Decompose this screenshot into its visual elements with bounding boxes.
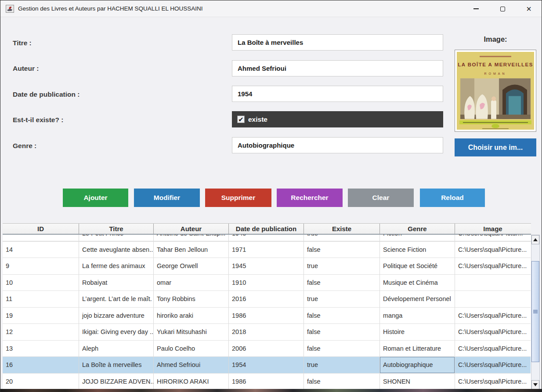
cell-genre: manga (380, 308, 455, 324)
table-partial-row[interactable]: Le Petit Prince Antoine de Saint-Exup...… (3, 235, 531, 242)
cell-auteur: Ahmed Sefrioui (154, 357, 229, 374)
table-row[interactable]: 12 Ikigai: Giving every day .. Yukari Mi… (3, 324, 531, 341)
image-panel-label: Image: (455, 35, 536, 44)
ajouter-button[interactable]: Ajouter (63, 189, 128, 207)
existe-checkbox[interactable]: ✔ existe (232, 111, 443, 127)
checkbox-check-icon: ✔ (237, 116, 245, 123)
cell-date: 1945 (229, 258, 304, 275)
cell-id: 10 (3, 275, 79, 291)
cell-date: 2006 (229, 341, 304, 357)
date-label: Date de publication : (13, 91, 79, 98)
minimize-icon (473, 8, 479, 9)
cell-auteur: Yukari Mitsuhashi (154, 324, 229, 341)
cell-genre: Roman et Litterature (380, 341, 455, 357)
cell-id: 12 (3, 324, 79, 341)
cell-genre: Science Fiction (380, 242, 455, 258)
column-header-id[interactable]: ID (3, 224, 79, 234)
date-input[interactable] (232, 86, 443, 102)
table-row[interactable]: 20 JOJO BIZZARE ADVEN... HIRORIKO ARAKI … (3, 374, 531, 390)
auteur-input[interactable] (232, 60, 443, 76)
table-row[interactable]: 9 La ferme des animaux George Orwell 194… (3, 258, 531, 275)
table-row[interactable]: 16 La Boîte à merveilles Ahmed Sefrioui … (3, 357, 531, 374)
scrollbar-down-button[interactable] (531, 380, 539, 389)
cell-auteur: HIRORIKO ARAKI (154, 374, 229, 390)
cell-auteur: hiroriko araki (154, 308, 229, 324)
minimize-button[interactable] (466, 0, 486, 17)
cell-titre: Aleph (79, 341, 154, 357)
cell-titre: Ikigai: Giving every day .. (79, 324, 154, 341)
cell-auteur: Tony Robbins (154, 291, 229, 308)
rechercher-button[interactable]: Rechercher (277, 189, 343, 207)
cell-date: 2018 (229, 324, 304, 341)
column-header-titre[interactable]: Titre (79, 224, 154, 234)
table-row[interactable]: 10 Robaiyat omar 1910 false Musique et C… (3, 275, 531, 291)
scrollbar-grip-icon (533, 310, 538, 314)
cell-genre: Politique et Société (380, 258, 455, 275)
maximize-button[interactable] (492, 0, 513, 17)
column-header-existe[interactable]: Existe (304, 224, 380, 234)
titre-input[interactable] (232, 34, 443, 51)
cell-auteur: Tahar Ben Jelloun (154, 242, 229, 258)
arrow-up-icon (533, 238, 538, 241)
cell-genre: Dévelopement Personel (380, 291, 455, 308)
cell-auteur: Paulo Coelho (154, 341, 229, 357)
column-header-genre[interactable]: Genre (380, 224, 455, 234)
close-icon: × (526, 4, 531, 13)
column-header-image[interactable]: Image (455, 224, 531, 234)
arrow-down-icon (533, 383, 538, 386)
cell-existe: false (304, 275, 380, 291)
cell-id: 14 (3, 242, 79, 258)
cell-image: C:\Users\squal\Picture... (455, 324, 531, 341)
cell-image: C:\Users\squal\Picture... (455, 242, 531, 258)
app-window: Gestion des Livres et Auteurs par HACHEM… (0, 0, 542, 392)
cell-date: 1954 (229, 357, 304, 374)
cell-id: 16 (3, 357, 79, 374)
cell-existe: false (304, 324, 380, 341)
column-header-auteur[interactable]: Auteur (154, 224, 229, 234)
scrollbar-thumb[interactable] (531, 261, 539, 362)
table-row[interactable]: 14 Cette aveuglante absen... Tahar Ben J… (3, 242, 531, 258)
cell-id: 20 (3, 374, 79, 390)
cell-id: 13 (3, 341, 79, 357)
genre-input[interactable] (232, 137, 443, 153)
table-scrollbar[interactable] (531, 235, 540, 390)
cell-existe: false (304, 242, 380, 258)
scrollbar-up-button[interactable] (531, 235, 539, 244)
table-header: ID Titre Auteur Date de publication Exis… (3, 223, 531, 235)
cell-titre: L’argent. L’art de le maît. (79, 291, 154, 308)
app-icon (6, 5, 14, 13)
table-row[interactable]: 19 jojo bizzare adventure hiroriko araki… (3, 308, 531, 324)
cell-image (455, 275, 531, 291)
cell-auteur: George Orwell (154, 258, 229, 275)
cover-title: LA BOÎTE A MERVEILLES (458, 62, 533, 67)
choose-image-button[interactable]: Choisir une im... (455, 138, 536, 156)
table-row[interactable]: 13 Aleph Paulo Coelho 2006 false Roman e… (3, 341, 531, 357)
supprimer-button[interactable]: Supprimer (205, 189, 271, 207)
existe-label: Est-t-il existe? : (13, 116, 63, 124)
desktop-edge-strip (0, 389, 542, 392)
window-title: Gestion des Livres et Auteurs par HACHEM… (18, 0, 202, 17)
close-button[interactable]: × (519, 0, 539, 17)
modifier-button[interactable]: Modifier (134, 189, 200, 207)
cell-date: 1986 (229, 308, 304, 324)
cell-date: 1910 (229, 275, 304, 291)
cell-existe: true (304, 357, 380, 374)
table-row[interactable]: 11 L’argent. L’art de le maît. Tony Robb… (3, 291, 531, 308)
clear-button[interactable]: Clear (348, 189, 414, 207)
reload-button[interactable]: Reload (420, 189, 485, 207)
cell-existe: true (304, 258, 380, 275)
cell-image: C:\Users\squal\Picture... (455, 258, 531, 275)
cell-auteur: omar (154, 275, 229, 291)
cell-existe: false (304, 341, 380, 357)
books-table: ID Titre Auteur Date de publication Exis… (3, 223, 531, 390)
cell-titre: JOJO BIZZARE ADVEN... (79, 374, 154, 390)
cell-existe: true (304, 291, 380, 308)
column-header-date[interactable]: Date de publication (229, 224, 304, 234)
genre-label: Genre : (13, 142, 36, 150)
cell-image: C:\Users\squal\Picture... (455, 308, 531, 324)
titre-label: Titre : (13, 39, 32, 47)
cell-image (455, 291, 531, 308)
cell-existe: false (304, 308, 380, 324)
cell-id: 9 (3, 258, 79, 275)
book-cover-image: LA BOÎTE A MERVEILLES ROMAN (455, 50, 536, 132)
